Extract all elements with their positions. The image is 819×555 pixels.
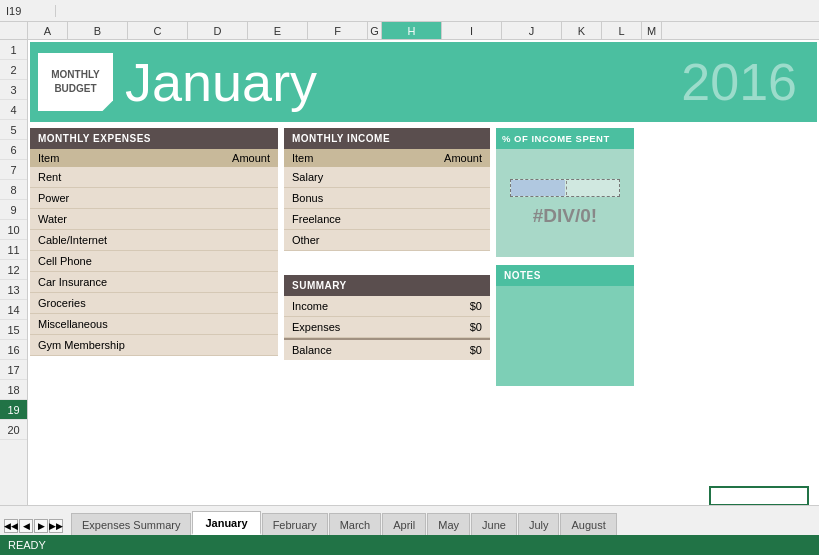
expense-row-cellphone: Cell Phone bbox=[30, 251, 278, 272]
pct-content: #DIV/0! bbox=[496, 149, 634, 257]
mid-spacer bbox=[284, 251, 490, 275]
tab-nav: ◀◀ ◀ ▶ ▶▶ bbox=[4, 519, 67, 533]
row-5: 5 bbox=[0, 120, 27, 140]
col-header-i: I bbox=[442, 22, 502, 39]
row-20: 20 bbox=[0, 420, 27, 440]
selected-cell[interactable] bbox=[709, 486, 809, 506]
month-title: January bbox=[125, 51, 317, 113]
tab-nav-first[interactable]: ◀◀ bbox=[4, 519, 18, 533]
col-header-b: B bbox=[68, 22, 128, 39]
row-16: 16 bbox=[0, 340, 27, 360]
row-13: 13 bbox=[0, 280, 27, 300]
pct-divider bbox=[566, 181, 567, 195]
income-pct-panel: % OF INCOME SPENT #DIV/0! bbox=[496, 128, 634, 257]
row-15: 15 bbox=[0, 320, 27, 340]
expense-row-power: Power bbox=[30, 188, 278, 209]
summary-row-expenses: Expenses $0 bbox=[284, 317, 490, 338]
col-header-d: D bbox=[188, 22, 248, 39]
row16 bbox=[28, 426, 819, 446]
grid-content[interactable]: MONTHLY BUDGET January 2016 MONTHLY EXPE… bbox=[28, 40, 819, 555]
notes-header: NOTES bbox=[496, 265, 634, 286]
income-header: MONTHLY INCOME bbox=[284, 128, 490, 149]
income-row-salary: Salary bbox=[284, 167, 490, 188]
row-7: 7 bbox=[0, 160, 27, 180]
notes-panel: NOTES bbox=[496, 265, 634, 386]
right-panel: % OF INCOME SPENT #DIV/0! NOTES bbox=[496, 128, 634, 386]
summary-header: SUMMARY bbox=[284, 275, 490, 296]
expense-row-gym: Gym Membership bbox=[30, 335, 278, 356]
header-row: MONTHLY BUDGET January 2016 bbox=[30, 42, 817, 122]
tab-nav-prev[interactable]: ◀ bbox=[19, 519, 33, 533]
expenses-table-header: Item Amount bbox=[30, 149, 278, 167]
tab-expenses-summary[interactable]: Expenses Summary bbox=[71, 513, 191, 535]
tab-bar: ◀◀ ◀ ▶ ▶▶ Expenses Summary January Febru… bbox=[0, 505, 819, 535]
tab-march[interactable]: March bbox=[329, 513, 382, 535]
row-11: 11 bbox=[0, 240, 27, 260]
income-row-bonus: Bonus bbox=[284, 188, 490, 209]
tab-may[interactable]: May bbox=[427, 513, 470, 535]
tab-july[interactable]: July bbox=[518, 513, 560, 535]
row-8: 8 bbox=[0, 180, 27, 200]
row-1: 1 bbox=[0, 40, 27, 60]
tab-nav-last[interactable]: ▶▶ bbox=[49, 519, 63, 533]
col-header-k: K bbox=[562, 22, 602, 39]
row-18: 18 bbox=[0, 380, 27, 400]
expense-row-water: Water bbox=[30, 209, 278, 230]
status-bar: READY bbox=[0, 535, 819, 555]
row14 bbox=[28, 386, 819, 406]
summary-row-balance: Balance $0 bbox=[284, 338, 490, 360]
row17 bbox=[28, 446, 819, 466]
expense-row-rent: Rent bbox=[30, 167, 278, 188]
expenses-col-amount: Amount bbox=[208, 149, 278, 167]
tab-nav-next[interactable]: ▶ bbox=[34, 519, 48, 533]
year-title: 2016 bbox=[681, 52, 797, 112]
col-header-g: G bbox=[368, 22, 382, 39]
income-table-header: Item Amount bbox=[284, 149, 490, 167]
col-header-l: L bbox=[602, 22, 642, 39]
row-2: 2 bbox=[0, 60, 27, 80]
corner-cell bbox=[0, 22, 28, 39]
row19 bbox=[28, 486, 819, 506]
row15 bbox=[28, 406, 819, 426]
pct-bar-container bbox=[510, 179, 620, 197]
row-3: 3 bbox=[0, 80, 27, 100]
formula-bar: I19 bbox=[0, 0, 819, 22]
row-10: 10 bbox=[0, 220, 27, 240]
col-header-h: H bbox=[382, 22, 442, 39]
notes-content[interactable] bbox=[496, 286, 634, 386]
row-12: 12 bbox=[0, 260, 27, 280]
tab-april[interactable]: April bbox=[382, 513, 426, 535]
tab-august[interactable]: August bbox=[560, 513, 616, 535]
status-text: READY bbox=[8, 539, 46, 551]
col-header-e: E bbox=[248, 22, 308, 39]
tab-january[interactable]: January bbox=[192, 511, 260, 535]
col-header-f: F bbox=[308, 22, 368, 39]
row-4: 4 bbox=[0, 100, 27, 120]
row-6: 6 bbox=[0, 140, 27, 160]
col-header-j: J bbox=[502, 22, 562, 39]
expense-row-cable: Cable/Internet bbox=[30, 230, 278, 251]
expense-row-carins: Car Insurance bbox=[30, 272, 278, 293]
expense-row-groceries: Groceries bbox=[30, 293, 278, 314]
row-9: 9 bbox=[0, 200, 27, 220]
income-row-other: Other bbox=[284, 230, 490, 251]
income-panel: MONTHLY INCOME Item Amount Salary Bonus bbox=[284, 128, 490, 251]
excel-app: I19 A B C D E F G H I J K L M 1 2 3 4 5 … bbox=[0, 0, 819, 555]
expenses-panel: MONTHLY EXPENSES Item Amount Rent Power bbox=[30, 128, 278, 386]
col-header-a: A bbox=[28, 22, 68, 39]
col-header-m: M bbox=[642, 22, 662, 39]
pct-bar bbox=[511, 180, 565, 196]
column-headers: A B C D E F G H I J K L M bbox=[0, 22, 819, 40]
expense-row-misc: Miscellaneous bbox=[30, 314, 278, 335]
pct-header: % OF INCOME SPENT bbox=[496, 128, 634, 149]
summary-panel: SUMMARY Income $0 Expenses $0 Balance $0 bbox=[284, 275, 490, 360]
row-19: 19 bbox=[0, 400, 27, 420]
row-numbers: 1 2 3 4 5 6 7 8 9 10 11 12 13 14 15 16 1… bbox=[0, 40, 28, 555]
pct-value: #DIV/0! bbox=[533, 205, 597, 227]
spreadsheet-body: 1 2 3 4 5 6 7 8 9 10 11 12 13 14 15 16 1… bbox=[0, 40, 819, 555]
row18 bbox=[28, 466, 819, 486]
cell-reference: I19 bbox=[6, 5, 56, 17]
tab-june[interactable]: June bbox=[471, 513, 517, 535]
monthly-budget-badge: MONTHLY BUDGET bbox=[38, 53, 113, 111]
tab-february[interactable]: February bbox=[262, 513, 328, 535]
